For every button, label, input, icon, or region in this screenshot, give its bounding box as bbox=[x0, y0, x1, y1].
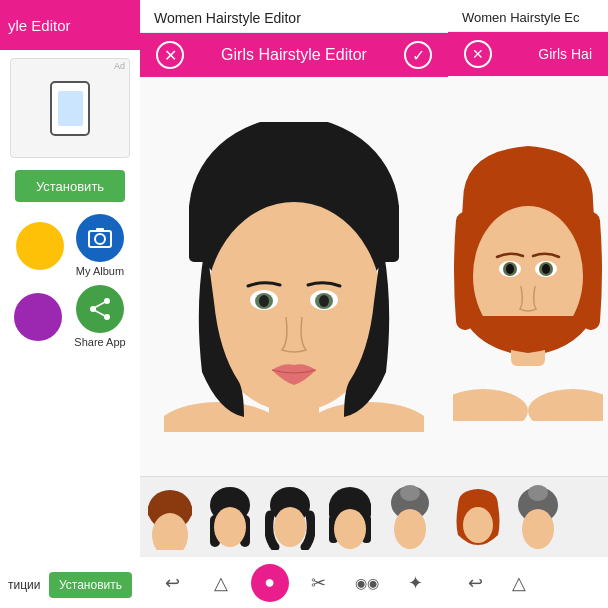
svg-point-34 bbox=[334, 509, 366, 549]
purple-icon[interactable] bbox=[14, 293, 62, 341]
svg-point-29 bbox=[274, 507, 306, 547]
share-item[interactable]: Share App bbox=[74, 285, 125, 348]
right-hair-1[interactable] bbox=[448, 477, 508, 556]
hair-style-5[interactable] bbox=[380, 477, 440, 556]
album-item[interactable]: My Album bbox=[76, 214, 124, 277]
svg-line-6 bbox=[94, 302, 105, 308]
right-undo-tool[interactable]: ↩ bbox=[456, 564, 494, 602]
right-hair-strip bbox=[448, 476, 608, 556]
right-close-button[interactable]: ✕ bbox=[464, 40, 492, 68]
svg-point-41 bbox=[453, 389, 528, 421]
toolbar: ↩ △ ● ✂ ◉◉ ✦ bbox=[140, 556, 448, 608]
svg-point-36 bbox=[400, 485, 420, 501]
ad-install-button[interactable]: Установить bbox=[15, 170, 125, 202]
mid-app-title: Women Hairstyle Editor bbox=[140, 0, 448, 33]
right-triangle-tool[interactable]: △ bbox=[500, 564, 538, 602]
left-header: yle Editor bbox=[0, 0, 140, 50]
install-text: тиции bbox=[8, 578, 40, 592]
hair-style-2[interactable] bbox=[200, 477, 260, 556]
hair-style-4[interactable] bbox=[320, 477, 380, 556]
hair-strip bbox=[140, 476, 448, 556]
mid-check-button[interactable]: ✓ bbox=[404, 41, 432, 69]
right-hair-2[interactable] bbox=[508, 477, 568, 556]
sparkle-tool[interactable]: ✦ bbox=[397, 564, 435, 602]
right-face-illustration bbox=[453, 131, 603, 421]
share-label: Share App bbox=[74, 336, 125, 348]
glasses-tool[interactable]: ◉◉ bbox=[348, 564, 386, 602]
hair-style-1-svg bbox=[145, 485, 195, 550]
album-icon[interactable] bbox=[76, 214, 124, 262]
album-svg-icon bbox=[87, 225, 113, 251]
svg-point-3 bbox=[104, 298, 110, 304]
hair-style-6[interactable] bbox=[440, 477, 448, 556]
mid-pink-bar: ✕ Girls Hairstyle Editor ✓ bbox=[140, 33, 448, 77]
install-row: тиции Установить bbox=[0, 572, 140, 598]
svg-point-4 bbox=[104, 314, 110, 320]
svg-point-48 bbox=[542, 264, 550, 274]
mid-panel: Women Hairstyle Editor ✕ Girls Hairstyle… bbox=[140, 0, 448, 608]
mid-bar-title: Girls Hairstyle Editor bbox=[221, 46, 367, 64]
svg-rect-2 bbox=[96, 228, 104, 232]
ad-phone-image bbox=[50, 81, 90, 136]
hair-style-2-svg bbox=[205, 485, 255, 550]
hair-style-3[interactable] bbox=[260, 477, 320, 556]
right-hair-1-svg bbox=[453, 485, 503, 550]
svg-point-49 bbox=[463, 507, 493, 543]
install-button[interactable]: Установить bbox=[49, 572, 132, 598]
yellow-icon[interactable] bbox=[16, 222, 64, 270]
svg-point-20 bbox=[249, 152, 339, 188]
face-illustration bbox=[164, 122, 424, 432]
right-app-title: Women Hairstyle Ec bbox=[448, 0, 608, 32]
icon-row-1: My Album bbox=[16, 214, 124, 277]
icon-row-2: Share App bbox=[14, 285, 125, 348]
ad-label: Ad bbox=[114, 61, 125, 71]
share-icon[interactable] bbox=[76, 285, 124, 333]
svg-point-51 bbox=[528, 485, 548, 501]
face-display-area bbox=[140, 77, 448, 476]
right-toolbar: ↩ △ bbox=[448, 556, 608, 608]
svg-point-19 bbox=[319, 295, 329, 307]
svg-point-42 bbox=[528, 389, 603, 421]
triangle-tool[interactable]: △ bbox=[202, 564, 240, 602]
scissors-tool[interactable]: ✂ bbox=[299, 564, 337, 602]
hair-style-4-svg bbox=[325, 485, 375, 550]
hair-style-5-svg bbox=[385, 485, 435, 550]
left-panel: yle Editor Ad Установить My Album bbox=[0, 0, 140, 608]
right-bar-title: Girls Hai bbox=[538, 46, 592, 62]
svg-point-37 bbox=[394, 509, 426, 549]
icon-grid: My Album Share App bbox=[0, 206, 140, 356]
album-label: My Album bbox=[76, 265, 124, 277]
right-panel: Women Hairstyle Ec ✕ Girls Hai bbox=[448, 0, 608, 608]
svg-point-47 bbox=[506, 264, 514, 274]
svg-point-52 bbox=[522, 509, 554, 549]
svg-line-7 bbox=[94, 310, 105, 316]
undo-tool[interactable]: ↩ bbox=[153, 564, 191, 602]
hair-style-3-svg bbox=[265, 485, 315, 550]
hair-style-1[interactable] bbox=[140, 477, 200, 556]
right-pink-bar: ✕ Girls Hai bbox=[448, 32, 608, 76]
share-svg-icon bbox=[87, 296, 113, 322]
mid-close-button[interactable]: ✕ bbox=[156, 41, 184, 69]
ad-box: Ad bbox=[10, 58, 130, 158]
svg-point-18 bbox=[259, 295, 269, 307]
svg-point-1 bbox=[95, 234, 105, 244]
face-color-tool[interactable]: ● bbox=[251, 564, 289, 602]
right-face-area bbox=[448, 76, 608, 476]
right-hair-2-svg bbox=[513, 485, 563, 550]
svg-point-27 bbox=[214, 507, 246, 547]
